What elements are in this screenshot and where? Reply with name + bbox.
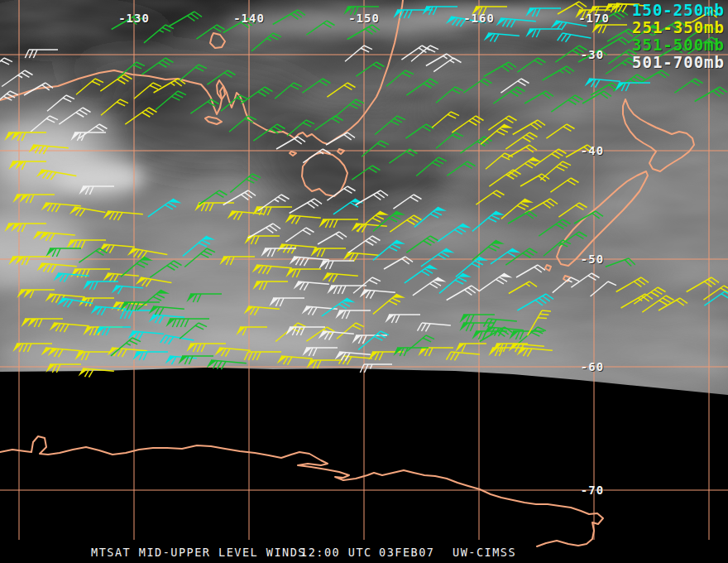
caption-date: 03FEB07 [379,546,434,559]
satellite-wind-display: 150-250mb 251-350mb 351-500mb 501-700mb … [0,0,728,563]
legend-item-150-250: 150-250mb [632,2,725,19]
satellite-map [0,0,728,563]
longitude-label: -160 [463,12,495,25]
latitude-label: -40 [581,144,604,157]
longitude-label: -170 [578,12,610,25]
legend-item-351-500: 351-500mb [632,36,725,54]
latitude-label: -50 [581,253,604,266]
longitude-label: -150 [348,12,380,25]
legend-item-501-700: 501-700mb [632,54,725,71]
longitude-label: -140 [233,12,265,25]
latitude-label: -30 [581,48,604,61]
legend-item-251-350: 251-350mb [632,19,725,36]
caption-title: MTSAT MID-UPPER LEVEL WINDS [91,546,306,559]
latitude-label: -60 [581,360,604,373]
caption-time: 12:00 UTC [300,546,372,559]
longitude-label: -130 [118,12,150,25]
caption-credit: UW-CIMSS [453,546,516,559]
pressure-level-legend: 150-250mb 251-350mb 351-500mb 501-700mb [632,2,725,71]
latitude-label: -70 [581,484,604,497]
